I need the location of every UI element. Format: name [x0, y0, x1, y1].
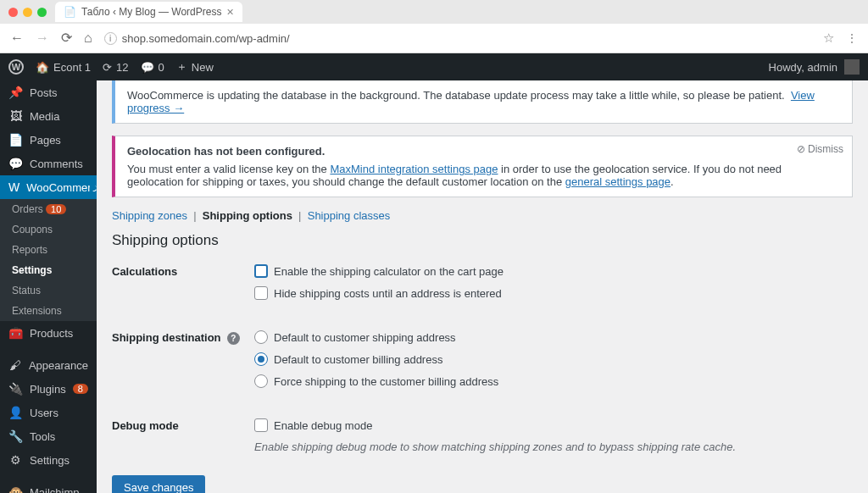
- media-icon: 🖼: [8, 109, 23, 123]
- close-icon: ⊘: [797, 143, 805, 155]
- wrench-icon: 🔧: [8, 429, 23, 443]
- browser-tab[interactable]: 📄 Табло ‹ My Blog — WordPress ✕: [55, 2, 242, 22]
- cart-icon: W: [8, 180, 19, 194]
- box-icon: 🧰: [8, 326, 23, 340]
- nav-forward-icon[interactable]: →: [36, 31, 49, 45]
- adminbar-new[interactable]: ＋ New: [176, 59, 214, 75]
- sidebar-item-settings[interactable]: ⚙Settings: [0, 448, 97, 472]
- help-icon[interactable]: ?: [227, 332, 240, 345]
- wp-logo-icon[interactable]: W: [8, 59, 24, 75]
- checkbox-debug[interactable]: [254, 418, 268, 432]
- sidebar-item-posts[interactable]: 📌Posts: [0, 80, 97, 104]
- url-text: shop.somedomain.com/wp-admin/: [122, 32, 290, 45]
- checkbox-hide-costs[interactable]: [254, 286, 268, 300]
- nav-home-icon[interactable]: ⌂: [84, 31, 92, 45]
- admin-sidebar: 📌Posts 🖼Media 📄Pages 💬Comments WWooComme…: [0, 80, 97, 493]
- wp-admin-bar: W 🏠 Econt 1 ⟳ 12 💬 0 ＋ New Howdy, admin: [0, 53, 868, 80]
- sidebar-item-pages[interactable]: 📄Pages: [0, 128, 97, 152]
- titlebar: 📄 Табло ‹ My Blog — WordPress ✕: [0, 0, 868, 24]
- notice-db-update: WooCommerce is updating the database in …: [112, 80, 853, 124]
- bookmark-icon[interactable]: ☆: [823, 30, 834, 46]
- nav-reload-icon[interactable]: ⟳: [61, 31, 72, 45]
- radio-billing-address[interactable]: [254, 352, 268, 366]
- maxmind-link[interactable]: MaxMind integration settings page: [330, 163, 498, 175]
- row-debug: Debug mode Enable debug mode Enable ship…: [112, 418, 853, 453]
- sidebar-item-plugins[interactable]: 🔌Plugins 8: [0, 377, 97, 401]
- tab-favicon: 📄: [64, 6, 76, 18]
- window-close[interactable]: [8, 8, 18, 17]
- sidebar-item-mailchimp[interactable]: 🐵Mailchimp: [0, 480, 97, 493]
- tab-title: Табло ‹ My Blog — WordPress: [81, 6, 221, 18]
- sidebar-item-products[interactable]: 🧰Products: [0, 321, 97, 345]
- tab-shipping-classes[interactable]: Shipping classes: [308, 209, 391, 222]
- adminbar-site[interactable]: 🏠 Econt 1: [36, 61, 91, 74]
- browser-menu-icon[interactable]: ⋮: [846, 31, 858, 45]
- pin-icon: 📌: [8, 86, 23, 99]
- site-info-icon[interactable]: i: [104, 32, 117, 45]
- submenu-extensions[interactable]: Extensions: [0, 301, 97, 321]
- debug-description: Enable shipping debug mode to show match…: [254, 440, 853, 453]
- nav-back-icon[interactable]: ←: [10, 31, 24, 45]
- browser-navbar: ← → ⟳ ⌂ i shop.somedomain.com/wp-admin/ …: [0, 24, 868, 53]
- sidebar-item-woocommerce[interactable]: WWooCommerce: [0, 175, 97, 199]
- sidebar-item-users[interactable]: 👤Users: [0, 401, 97, 424]
- woo-submenu: Orders 10 Coupons Reports Settings Statu…: [0, 199, 97, 321]
- save-button[interactable]: Save changes: [112, 475, 205, 493]
- tab-shipping-zones[interactable]: Shipping zones: [112, 209, 187, 222]
- tab-close-icon[interactable]: ✕: [226, 7, 234, 18]
- label-debug: Debug mode: [112, 418, 254, 432]
- window-max[interactable]: [37, 8, 47, 17]
- mailchimp-icon: 🐵: [8, 485, 23, 493]
- notice-title: Geolocation has not been configured.: [127, 145, 325, 158]
- address-bar[interactable]: i shop.somedomain.com/wp-admin/: [104, 32, 811, 45]
- radio-shipping-address[interactable]: [254, 330, 268, 344]
- tab-shipping-options[interactable]: Shipping options: [203, 209, 292, 222]
- sidebar-item-appearance[interactable]: 🖌Appearance: [0, 353, 97, 377]
- dismiss-button[interactable]: ⊘Dismiss: [797, 143, 843, 155]
- submenu-reports[interactable]: Reports: [0, 240, 97, 260]
- checkbox-enable-calculator[interactable]: [254, 264, 268, 278]
- row-calculations: Calculations Enable the shipping calcula…: [112, 264, 853, 308]
- content-area: WooCommerce is updating the database in …: [97, 80, 868, 493]
- page-title: Shipping options: [112, 232, 853, 249]
- label-calculations: Calculations: [112, 264, 254, 278]
- avatar[interactable]: [844, 59, 860, 75]
- page-icon: 📄: [8, 133, 23, 147]
- submenu-settings[interactable]: Settings: [0, 260, 97, 280]
- window-min[interactable]: [23, 8, 32, 17]
- radio-force-billing[interactable]: [254, 374, 268, 388]
- notice-geolocation: ⊘Dismiss Geolocation has not been config…: [112, 136, 853, 197]
- comment-icon: 💬: [8, 157, 23, 170]
- adminbar-howdy[interactable]: Howdy, admin: [769, 61, 837, 74]
- shipping-subtabs: Shipping zones | Shipping options | Ship…: [112, 209, 853, 222]
- label-destination: Shipping destination ?: [112, 330, 254, 345]
- row-destination: Shipping destination ? Default to custom…: [112, 330, 853, 396]
- sidebar-item-comments[interactable]: 💬Comments: [0, 152, 97, 175]
- gear-icon: ⚙: [8, 453, 23, 467]
- adminbar-updates[interactable]: ⟳ 12: [103, 61, 128, 74]
- sidebar-item-tools[interactable]: 🔧Tools: [0, 424, 97, 448]
- browser-chrome: 📄 Табло ‹ My Blog — WordPress ✕ ← → ⟳ ⌂ …: [0, 0, 868, 53]
- user-icon: 👤: [8, 406, 23, 419]
- adminbar-comments[interactable]: 💬 0: [141, 61, 164, 74]
- general-settings-link[interactable]: general settings page: [565, 175, 670, 188]
- plug-icon: 🔌: [8, 382, 23, 396]
- submenu-coupons[interactable]: Coupons: [0, 219, 97, 240]
- sidebar-item-media[interactable]: 🖼Media: [0, 104, 97, 128]
- submenu-orders[interactable]: Orders 10: [0, 199, 97, 219]
- submenu-status[interactable]: Status: [0, 280, 97, 301]
- brush-icon: 🖌: [8, 358, 22, 372]
